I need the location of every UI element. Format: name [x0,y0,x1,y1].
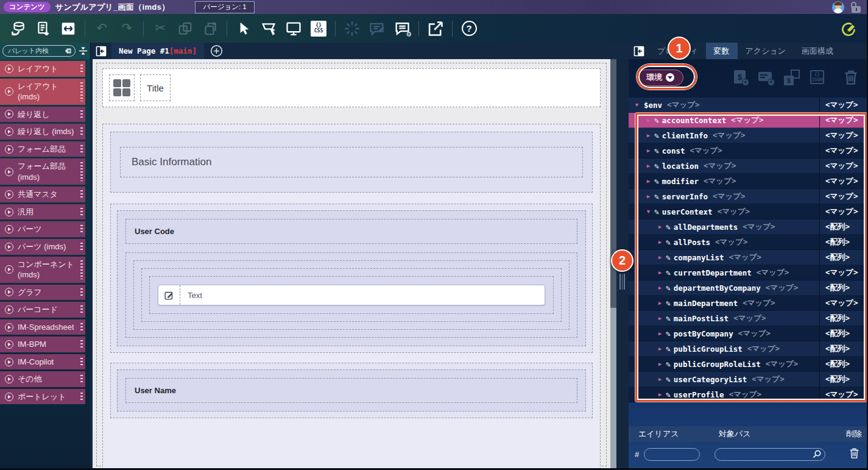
alias-delete-icon[interactable] [849,447,859,461]
palette-item-15[interactable]: IM-Copilot [0,354,85,370]
preview-monitor-icon[interactable] [285,20,302,37]
edit-pencil-icon[interactable]: ✎ [654,207,659,216]
edit-pencil-icon[interactable]: ✎ [666,390,671,399]
expand-arrow-icon[interactable]: ▶ [657,285,663,291]
select-cursor-icon[interactable] [235,20,252,37]
panel-splitter-handle[interactable] [619,274,625,290]
expand-arrow-icon[interactable]: ▶ [645,148,652,154]
expand-arrow-icon[interactable]: ▶ [645,132,652,138]
edit-pencil-icon[interactable]: ✎ [654,146,659,155]
edit-pencil-icon[interactable]: ✎ [654,177,659,186]
add-page-icon[interactable] [210,45,223,57]
variable-row-userCategoryList[interactable]: ▶✎userCategoryList<マップ><配列> [629,372,868,387]
palette-item-1[interactable]: レイアウト (imds) [0,79,85,105]
variable-row-const[interactable]: ▶✎const<マップ><マップ> [629,143,868,158]
target-path-input[interactable] [715,448,825,461]
help-icon[interactable]: ? [460,20,478,37]
variable-row-userContext[interactable]: ▼✎userContext<マップ><マップ> [629,204,868,219]
edit-mode-icon[interactable] [840,20,857,37]
drag-handle[interactable] [80,393,83,401]
palette-item-4[interactable]: フォーム部品 [0,141,85,157]
user-name-label[interactable]: User Name [125,378,577,403]
palette-item-8[interactable]: パーツ [0,221,85,237]
clear-tag-icon[interactable] [65,47,72,55]
expand-arrow-icon[interactable]: ▶ [657,300,663,306]
unlock-icon[interactable] [852,2,861,13]
drag-handle[interactable] [80,358,83,366]
drag-handle[interactable] [80,127,83,136]
component-select-cursor-icon[interactable] [260,20,277,37]
edit-pencil-icon[interactable]: ✎ [654,116,659,125]
edit-pencil-icon[interactable]: ✎ [666,283,671,293]
variable-row-departmentByCompany[interactable]: ▶✎departmentByCompany<マップ><配列> [629,280,868,296]
title-component[interactable]: Title [140,74,171,101]
edit-pencil-icon[interactable]: ✎ [654,192,659,201]
variable-row-publicGroupRoleList[interactable]: ▶✎publicGroupRoleList<マップ><配列> [629,357,868,372]
variable-row-mainDepartment[interactable]: ▶✎mainDepartment<マップ><マップ> [629,296,868,311]
drag-handle[interactable] [80,145,83,154]
drag-handle[interactable] [80,190,83,199]
palette-item-11[interactable]: グラフ [0,285,85,301]
variable-row-serverInfo[interactable]: ▶✎serverInfo<マップ><マップ> [629,189,868,204]
fit-width-icon[interactable] [60,20,77,37]
variable-row-accountContext[interactable]: ▶✎accountContext<マップ><マップ> [629,113,868,128]
open-external-icon[interactable] [427,20,444,37]
variable-row-mainPostList[interactable]: ▶✎mainPostList<マップ><配列> [629,311,868,326]
input-wrapper-2[interactable]: Text [133,260,570,330]
scope-dropdown[interactable]: 環境 [637,69,683,86]
tab-properties[interactable]: プロパティ [649,43,706,59]
header-component[interactable]: Title [102,68,601,107]
drag-handle[interactable] [80,243,83,251]
expand-arrow-icon[interactable]: ▶ [657,254,663,260]
edit-pencil-icon[interactable]: ✎ [666,375,671,384]
page-tab[interactable]: New Page #1[main] [111,43,204,59]
expand-arrow-icon[interactable]: ▶ [657,346,663,352]
variable-row-companyList[interactable]: ▶✎companyList<マップ><配列> [629,250,868,265]
edit-pencil-icon[interactable]: ✎ [666,253,671,262]
expand-arrow-icon[interactable]: ▶ [657,330,663,336]
search-icon[interactable] [812,449,822,459]
edit-pencil-icon[interactable]: ✎ [666,314,671,323]
collapse-arrow-icon[interactable]: ▼ [633,102,640,108]
palette-item-10[interactable]: コンポーネント (imds) [0,257,85,283]
section-user-code[interactable]: User Code [110,204,593,353]
expand-arrow-icon[interactable]: ▶ [657,361,663,367]
variable-row-location[interactable]: ▶✎location<マップ><マップ> [629,158,868,174]
design-canvas[interactable]: Title Basic Information User Code [93,59,610,470]
form-container-component[interactable]: Basic Information User Code [102,124,601,470]
section-basic-information[interactable]: Basic Information [110,132,593,193]
user-code-label[interactable]: User Code [125,219,577,244]
alias-input[interactable] [644,448,700,461]
comment-settings-icon[interactable]: ⚙ [393,20,411,37]
section-user-name[interactable]: User Name [110,363,593,418]
variable-row-$env[interactable]: ▼$env<マップ><マップ> [629,98,868,113]
variable-row-allPosts[interactable]: ▶✎allPosts<マップ><配列> [629,235,868,250]
canvas-scrollbar[interactable] [610,59,616,470]
tab-variables[interactable]: 変数 [706,43,738,59]
input-wrapper-1[interactable]: Text [125,252,577,338]
drag-handle[interactable] [80,260,83,279]
palette-item-17[interactable]: ポートレット [0,389,85,405]
variable-row-clientInfo[interactable]: ▶✎clientInfo<マップ><マップ> [629,128,868,143]
expand-arrow-icon[interactable]: ▶ [645,163,652,169]
palette-item-7[interactable]: 汎用 [0,204,85,220]
palette-item-14[interactable]: IM-BPM [0,336,85,352]
drag-handle[interactable] [80,208,83,216]
drag-handle[interactable] [80,340,83,349]
expand-arrow-icon[interactable]: ▶ [645,193,652,199]
edit-pencil-icon[interactable]: ✎ [666,223,671,232]
edit-pencil-icon[interactable]: ✎ [666,299,671,308]
variable-row-publicGroupList[interactable]: ▶✎publicGroupList<マップ><配列> [629,341,868,357]
drag-handle[interactable] [80,82,83,101]
edit-pencil-icon[interactable]: ✎ [666,329,671,338]
text-input-component[interactable]: Text [158,285,545,305]
variable-row-userProfile[interactable]: ▶✎userProfile<マップ><マップ> [629,387,868,402]
expand-arrow-icon[interactable]: ▶ [645,178,652,184]
drag-handle[interactable] [80,305,83,314]
sidebar-toggle-icon[interactable] [95,45,107,57]
edit-pencil-icon[interactable]: ✎ [666,344,671,354]
edit-pencil-icon[interactable]: ✎ [666,360,671,369]
palette-item-13[interactable]: IM-Spreadsheet [0,319,85,335]
palette-item-0[interactable]: レイアウト [0,61,85,77]
drag-handle[interactable] [80,288,83,297]
